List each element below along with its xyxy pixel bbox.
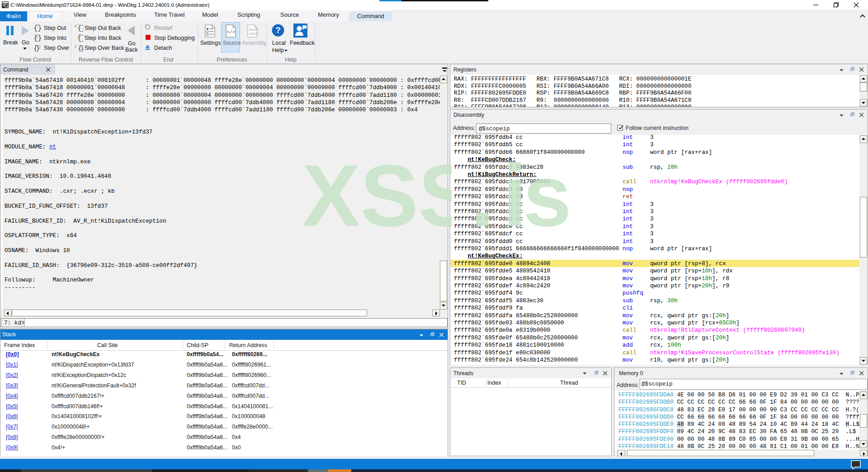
svg-text:</>: </>: [227, 30, 235, 35]
svg-text:}: }: [80, 45, 83, 52]
svg-text:0110: 0110: [249, 28, 258, 32]
svg-text:1010: 1010: [249, 32, 258, 36]
svg-text:}: }: [81, 24, 83, 32]
svg-text:}: }: [38, 34, 42, 42]
svg-text:?: ?: [275, 25, 281, 35]
svg-text:}: }: [81, 34, 83, 42]
